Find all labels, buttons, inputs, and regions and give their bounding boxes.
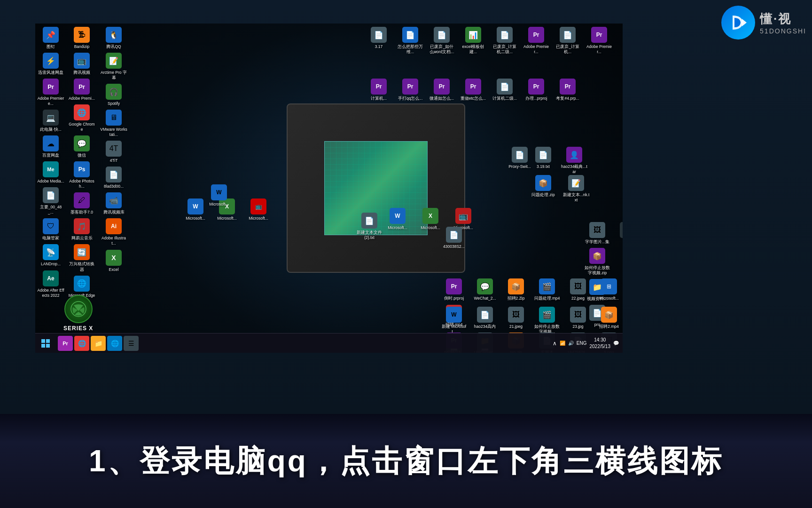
desktop-icons-right-top: 📄 3.17 📄 怎么把那些万维... 📄 已废弃_如什么word文档... 📊… bbox=[364, 26, 618, 56]
desktop-icon-iqiyi[interactable]: 📺 腾讯视频 bbox=[67, 52, 96, 76]
desktop-icon-baidu[interactable]: ☁ 百度网盘 bbox=[36, 135, 65, 159]
ri-cc[interactable]: 📄 cc bbox=[613, 221, 623, 246]
ri-pr3[interactable]: Pr 计算机... bbox=[364, 78, 393, 102]
watermark-text-block: 懂·视 51DONGSHI bbox=[760, 11, 806, 35]
taskbar-notification[interactable]: 💬 bbox=[613, 341, 619, 346]
ri-3-19[interactable]: 📄 3.19.txt bbox=[529, 146, 558, 175]
subtitle-bar: 1、登录电脑qq，点击窗口左下角三横线图标 bbox=[0, 414, 812, 508]
taskbar-volume: 🔊 bbox=[568, 341, 574, 346]
desktop-icon-qq[interactable]: 🐧 腾讯QQ bbox=[99, 26, 128, 50]
desktop-icon-pcmgr[interactable]: 🛡 电脑管家 bbox=[36, 217, 65, 242]
ri-wechat2[interactable]: 💬 WeChat_2... bbox=[470, 278, 500, 302]
ri-file7[interactable]: 📄 计算机二级... bbox=[490, 78, 519, 102]
taskbar-edge[interactable]: 🌐 bbox=[107, 336, 122, 351]
ri-file1[interactable]: 📄 3.17 bbox=[364, 26, 393, 56]
ri-word1[interactable]: W Microsoft... bbox=[383, 207, 412, 231]
ri-premiere1[interactable]: Pr Adobe Premier... bbox=[522, 26, 551, 56]
desktop-icons-right3: 📄 3.19.txt 👤 hao234截典...tar bbox=[529, 146, 589, 175]
ri-msicon[interactable]: ⊞ Microsoft... bbox=[594, 278, 623, 302]
svg-rect-4 bbox=[46, 344, 50, 348]
ri-jiaru2[interactable]: 🎬 如何停止放数字视频... bbox=[532, 306, 562, 335]
ri-file3[interactable]: 📄 已废弃_如什么word文档... bbox=[427, 26, 456, 56]
svg-rect-2 bbox=[46, 339, 50, 343]
taskbar-explorer[interactable]: 📁 bbox=[91, 336, 106, 351]
desktop-icon-ai[interactable]: Ai Adobe Illustrat... bbox=[99, 217, 128, 247]
desktop-icons-col3: 🐧 腾讯QQ 📝 Arctime Pro 字幕 🎧 Spotify 🖥 VMwa… bbox=[99, 26, 128, 273]
desktop-icon-moke[interactable]: 🖊 墨客助手7.0 bbox=[67, 191, 96, 216]
desktop-icon-wenti[interactable]: 📦 问题处理.zip bbox=[529, 174, 558, 198]
ri-hao234[interactable]: 📄 hao234高内 bbox=[470, 306, 500, 335]
ri-22jpeg[interactable]: 🖼 22.jpeg bbox=[563, 278, 593, 302]
ri-23jpg[interactable]: 🖼 23.jpg bbox=[563, 306, 593, 335]
taskbar-premiere[interactable]: Pr bbox=[58, 336, 73, 351]
desktop-icon-file1[interactable]: 📄 主要_00_48_... bbox=[36, 186, 65, 216]
desktop-icon-4tit[interactable]: 4T 4TiT bbox=[99, 140, 128, 164]
desktop-icons-farright2: 📄 cc bbox=[613, 221, 623, 246]
ri-zixuepc[interactable]: 🖼 字学图片...集 bbox=[583, 221, 612, 246]
ri-pr8[interactable]: Pr 考复#4.prp... bbox=[553, 78, 582, 102]
ri-xinwenben[interactable]: 📝 新建文本...nk.txt bbox=[562, 174, 591, 204]
taskbar-chevron[interactable]: ∧ bbox=[553, 340, 557, 347]
ri-premiere2[interactable]: Pr Adobe Premier... bbox=[585, 26, 614, 56]
ri-pr4[interactable]: Pr 手打qq怎么... bbox=[396, 78, 425, 102]
desktop-icon-ps[interactable]: Ps Adobe Photosh... bbox=[67, 160, 96, 190]
desktop-icon-media[interactable]: Me Adobe Media... bbox=[36, 160, 65, 185]
desktop-icon-8lad[interactable]: 📄 8lad3d00... bbox=[99, 166, 128, 190]
xbox-logo bbox=[64, 295, 93, 323]
xbox-label: SERIES X bbox=[63, 325, 93, 332]
desktop-icon-excel[interactable]: X Excel bbox=[99, 249, 128, 273]
subtitle-text: 1、登录电脑qq，点击窗口左下角三横线图标 bbox=[89, 441, 723, 482]
ri-file2[interactable]: 📄 怎么把那些万维... bbox=[396, 26, 425, 56]
ri-zip3[interactable]: 📦 招聘2.mp4 bbox=[594, 306, 623, 335]
desktop-window: 📌 图钉 ⚡ 迅雷风速网盘 Pr Adobe Premiere... 💻 此电脑… bbox=[35, 24, 623, 353]
desktop-icon-premiere1[interactable]: Pr Adobe Premiere... bbox=[36, 78, 65, 107]
desktop-icon-arctime[interactable]: 📝 Arctime Pro 字幕 bbox=[99, 52, 128, 81]
desktop-icon-ms3[interactable]: 📺 Microsoft... bbox=[244, 198, 273, 222]
svg-marker-5 bbox=[742, 19, 747, 26]
ri-xinword[interactable]: W 新建 Microsoft... bbox=[439, 306, 468, 335]
ri-tar[interactable]: 👤 hao234截典...tar bbox=[560, 146, 589, 175]
desktop-icon-msword[interactable]: W Microsoft... bbox=[204, 183, 234, 208]
desktop-icons-col2: 🗜 Bandizip 📺 腾讯视频 Pr Adobe Premi... 🌐 Go… bbox=[67, 26, 96, 299]
taskbar-pinned: Pr 🌐 📁 🌐 ☰ bbox=[56, 336, 141, 351]
desktop-icon-ae[interactable]: Ae Adobe After Effects 2022 bbox=[36, 270, 65, 299]
taskbar-right: ∧ 📶 🔊 ENG 14:30 2022/5/13 💬 bbox=[553, 337, 623, 350]
ri-file6[interactable]: 📄 已废弃_计算机... bbox=[553, 26, 582, 56]
ri-jiaru[interactable]: 📦 如何停止放数字视频.zip bbox=[583, 247, 612, 277]
ri-file5[interactable]: 📄 已废弃_计算机二级... bbox=[490, 26, 519, 56]
desktop-icon-textfile[interactable]: 📄 新建文本文件(2).txt bbox=[355, 212, 384, 241]
desktop-icon-vmware[interactable]: 🖥 VMware Workstati... bbox=[99, 109, 128, 138]
desktop-icon-pics[interactable]: 📌 图钉 bbox=[36, 26, 65, 50]
desktop-icon-landrop[interactable]: 📡 LANDrop... bbox=[36, 243, 65, 268]
desktop-icon-xunlei[interactable]: ⚡ 迅雷风速网盘 bbox=[36, 52, 65, 76]
ri-pr7[interactable]: Pr 办理...prproj bbox=[522, 78, 551, 102]
desktop-icon-wechat[interactable]: 💬 微信 bbox=[67, 135, 96, 159]
ri-pr6[interactable]: Pr 重做etc怎么... bbox=[459, 78, 488, 102]
desktop-icon-bandizip[interactable]: 🗜 Bandizip bbox=[67, 26, 96, 50]
desktop-icon-premiere2[interactable]: Pr Adobe Premi... bbox=[67, 78, 96, 102]
taskbar: Pr 🌐 📁 🌐 ☰ ∧ 📶 🔊 ENG 14:30 2022/5/13 💬 bbox=[35, 333, 623, 353]
desktop-icon-chrome[interactable]: 🌐 Google Chrome bbox=[67, 103, 96, 133]
watermark: 懂·视 51DONGSHI bbox=[721, 6, 806, 40]
desktop-icon-tengxun[interactable]: 📹 腾讯视频库 bbox=[99, 191, 128, 216]
taskbar-time: 14:30 bbox=[590, 337, 611, 343]
watermark-logo bbox=[721, 6, 755, 40]
ri-pr5[interactable]: Pr 微通如怎么... bbox=[427, 78, 456, 102]
ri-21jpeg[interactable]: 🖼 21.jpeg bbox=[501, 306, 531, 335]
ri-430[interactable]: 📄 430038S2... bbox=[439, 226, 468, 250]
ri-zip2[interactable]: 📦 招聘2.Zip bbox=[501, 278, 531, 302]
taskbar-lang: ENG bbox=[577, 341, 587, 346]
desktop-icon-netease[interactable]: 🎵 网易云音乐 bbox=[67, 217, 96, 242]
start-button[interactable] bbox=[35, 333, 56, 353]
svg-rect-3 bbox=[41, 344, 45, 348]
ri-pr-prproj[interactable]: Pr 倒时.prproj bbox=[439, 278, 468, 302]
desktop-icon-wondershare[interactable]: 🔄 万兴格式转换器 bbox=[67, 243, 96, 273]
watermark-sub: 51DONGSHI bbox=[760, 27, 806, 35]
desktop-icon-spotify[interactable]: 🎧 Spotify bbox=[99, 83, 128, 107]
taskbar-chrome[interactable]: 🌐 bbox=[74, 336, 89, 351]
ri-wenticlip[interactable]: 🎬 问题处理.mp4 bbox=[532, 278, 562, 302]
ri-file4[interactable]: 📊 excel模板创建... bbox=[459, 26, 488, 56]
video-frame: 📌 图钉 ⚡ 迅雷风速网盘 Pr Adobe Premiere... 💻 此电脑… bbox=[0, 0, 812, 414]
taskbar-action[interactable]: ☰ bbox=[124, 336, 139, 351]
desktop-icon-mypc[interactable]: 💻 此电脑·快... bbox=[36, 109, 65, 133]
